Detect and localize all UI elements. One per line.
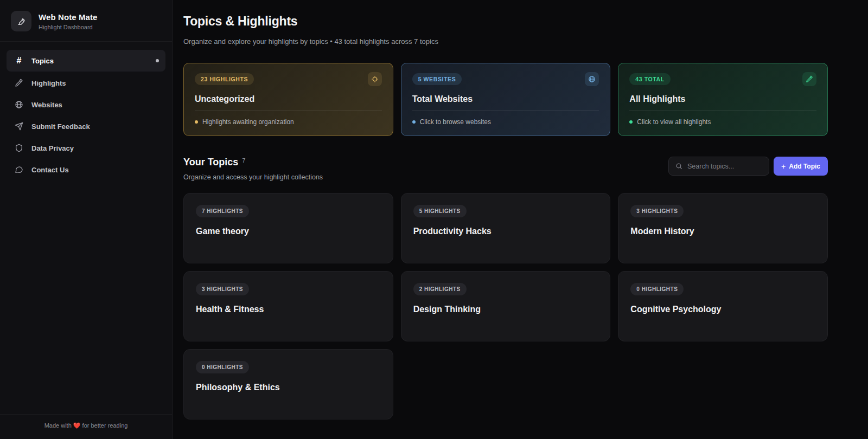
app-header: Web Note Mate Highlight Dashboard [0, 0, 172, 42]
sidebar-nav: # Topics Highlights Websites Submit Feed… [0, 49, 172, 180]
topic-title: Health & Fitness [196, 305, 381, 314]
topic-count-badge: 2 HIGHLIGHTS [413, 283, 467, 295]
topics-section-header: Your Topics 7 Organize and access your h… [183, 157, 828, 181]
app-name: Web Note Mate [39, 12, 98, 22]
topics-grid: 7 HIGHLIGHTS Game theory 5 HIGHLIGHTS Pr… [183, 193, 828, 419]
search-icon [675, 163, 682, 170]
globe-icon [14, 100, 24, 109]
search-topics-box[interactable] [668, 157, 769, 176]
topics-count: 7 [242, 157, 245, 164]
summary-card-total-websites[interactable]: 5 WEBSITES Total Websites Click to brows… [401, 63, 611, 136]
topic-card-health-fitness[interactable]: 3 HIGHLIGHTS Health & Fitness [183, 271, 393, 341]
add-topic-label: Add Topic [789, 163, 820, 170]
topic-title: Game theory [196, 227, 381, 236]
topic-title: Cognitive Psychology [630, 305, 815, 314]
hash-icon: # [14, 56, 24, 66]
summary-badge: 5 WEBSITES [412, 73, 462, 85]
topic-card-philosophy-ethics[interactable]: 0 HIGHLIGHTS Philosophy & Ethics [183, 349, 393, 419]
sidebar-item-label: Submit Feedback [31, 122, 90, 131]
sidebar-item-label: Topics [31, 57, 54, 65]
highlighter-icon [802, 72, 816, 86]
topic-count-badge: 3 HIGHLIGHTS [630, 205, 684, 217]
contact-icon [14, 165, 24, 174]
divider [629, 111, 816, 111]
summary-card-all-highlights[interactable]: 43 TOTAL All Highlights Click to view al… [618, 63, 828, 136]
topic-count-badge: 3 HIGHLIGHTS [196, 283, 249, 295]
divider [195, 111, 382, 111]
topic-card-cognitive-psychology[interactable]: 0 HIGHLIGHTS Cognitive Psychology [618, 271, 828, 341]
summary-badge: 23 HIGHLIGHTS [195, 73, 254, 85]
highlighter-icon [14, 79, 24, 87]
summary-note-text: Click to browse websites [420, 118, 491, 126]
topics-section-title: Your Topics [183, 157, 238, 168]
active-indicator-dot [156, 59, 159, 62]
sidebar-footer: Made with ❤️ for better reading [0, 414, 172, 439]
paper-plane-icon [14, 122, 24, 131]
search-topics-input[interactable] [687, 163, 762, 170]
summary-note-text: Highlights awaiting organization [202, 118, 294, 126]
topic-title: Modern History [630, 227, 815, 236]
topic-title: Design Thinking [413, 305, 598, 314]
page-title: Topics & Highlights [183, 14, 828, 29]
topic-card-game-theory[interactable]: 7 HIGHLIGHTS Game theory [183, 193, 393, 263]
status-dot [629, 120, 633, 124]
topic-count-badge: 5 HIGHLIGHTS [413, 205, 467, 217]
main-content: Topics & Highlights Organize and explore… [173, 0, 868, 439]
topic-card-productivity-hacks[interactable]: 5 HIGHLIGHTS Productivity Hacks [401, 193, 611, 263]
sidebar-item-contact-us[interactable]: Contact Us [7, 159, 165, 180]
topic-title: Productivity Hacks [413, 227, 598, 236]
status-dot [412, 120, 416, 124]
sidebar-item-label: Data Privacy [31, 144, 74, 152]
summary-card-note: Click to browse websites [412, 118, 599, 126]
summary-badge: 43 TOTAL [629, 73, 670, 85]
page-subtitle: Organize and explore your highlights by … [183, 37, 828, 46]
sidebar-item-topics[interactable]: # Topics [7, 50, 165, 72]
topic-count-badge: 7 HIGHLIGHTS [196, 205, 249, 217]
target-icon [368, 72, 382, 86]
app-subtitle: Highlight Dashboard [39, 24, 98, 30]
plus-icon: + [781, 162, 786, 171]
sidebar: Web Note Mate Highlight Dashboard # Topi… [0, 0, 173, 439]
topic-count-badge: 0 HIGHLIGHTS [630, 283, 684, 295]
divider [412, 111, 599, 111]
sidebar-item-data-privacy[interactable]: Data Privacy [7, 138, 165, 158]
add-topic-button[interactable]: + Add Topic [774, 157, 828, 176]
status-dot [195, 120, 198, 124]
app-logo-icon [11, 11, 31, 31]
topic-card-design-thinking[interactable]: 2 HIGHLIGHTS Design Thinking [401, 271, 611, 341]
summary-card-uncategorized[interactable]: 23 HIGHLIGHTS Uncategorized Highlights a… [183, 63, 393, 136]
sidebar-item-highlights[interactable]: Highlights [7, 73, 165, 93]
sidebar-item-label: Contact Us [31, 166, 69, 174]
summary-card-note: Highlights awaiting organization [195, 118, 382, 126]
topic-count-badge: 0 HIGHLIGHTS [196, 361, 249, 373]
topic-card-modern-history[interactable]: 3 HIGHLIGHTS Modern History [618, 193, 828, 263]
summary-card-note: Click to view all highlights [629, 118, 816, 126]
summary-note-text: Click to view all highlights [637, 118, 711, 126]
globe-icon [585, 72, 599, 86]
sidebar-item-label: Highlights [31, 79, 66, 87]
shield-icon [14, 144, 24, 152]
summary-card-title: All Highlights [629, 94, 816, 104]
sidebar-item-label: Websites [31, 101, 62, 109]
topics-section-subtitle: Organize and access your highlight colle… [183, 173, 323, 181]
summary-card-title: Uncategorized [195, 94, 382, 104]
summary-cards-row: 23 HIGHLIGHTS Uncategorized Highlights a… [183, 63, 828, 136]
sidebar-item-websites[interactable]: Websites [7, 94, 165, 115]
summary-card-title: Total Websites [412, 94, 599, 104]
topic-title: Philosophy & Ethics [196, 383, 381, 392]
sidebar-item-submit-feedback[interactable]: Submit Feedback [7, 116, 165, 137]
